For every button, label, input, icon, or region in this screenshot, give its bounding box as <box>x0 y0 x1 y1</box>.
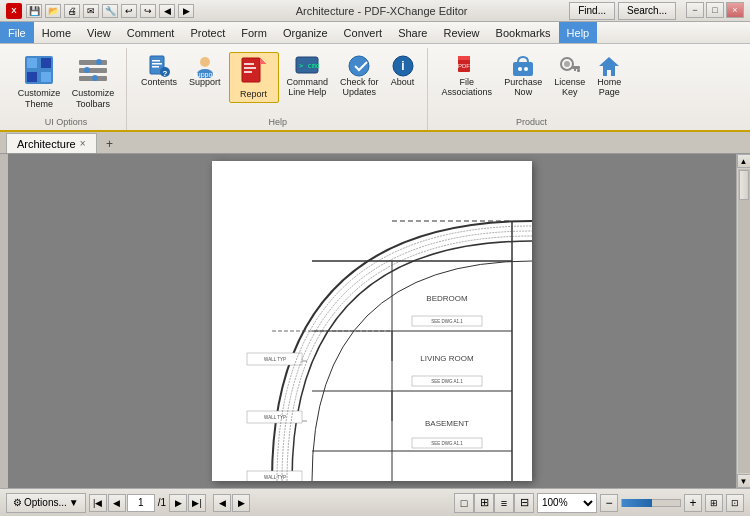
sys-icon-2[interactable]: 📂 <box>45 4 61 18</box>
nav-fwd-button[interactable]: ▶ <box>232 494 250 512</box>
menu-home[interactable]: Home <box>34 22 79 43</box>
menu-form[interactable]: Form <box>233 22 275 43</box>
customize-theme-button[interactable]: CustomizeTheme <box>14 52 64 112</box>
product-group-label: Product <box>516 117 547 130</box>
status-left: ⚙ Options... ▼ |◀ ◀ /1 ▶ ▶| ◀ ▶ <box>6 493 250 513</box>
menu-help[interactable]: Help <box>559 22 598 43</box>
svg-text:WALL TYP: WALL TYP <box>264 475 286 480</box>
fullscreen-button[interactable]: ⊡ <box>726 494 744 512</box>
tab-add-button[interactable]: + <box>101 135 119 153</box>
search-button[interactable]: Search... <box>618 2 676 20</box>
svg-rect-32 <box>458 56 470 60</box>
svg-point-9 <box>84 67 90 73</box>
sys-icon-1[interactable]: 💾 <box>26 4 42 18</box>
svg-text:BEDROOM: BEDROOM <box>426 294 468 303</box>
zoom-in-button[interactable]: + <box>684 494 702 512</box>
contents-icon: ? <box>147 54 171 78</box>
next-page-button[interactable]: ▶ <box>169 494 187 512</box>
ribbon-buttons-product: PDF FileAssociations PurchaseNow <box>438 48 626 117</box>
document-page: BEDROOM LIVING ROOM BASEMENT dim line di… <box>212 161 532 481</box>
menu-comment[interactable]: Comment <box>119 22 183 43</box>
nav-back-button[interactable]: ◀ <box>213 494 231 512</box>
options-button[interactable]: ⚙ Options... ▼ <box>6 493 86 513</box>
last-page-button[interactable]: ▶| <box>188 494 206 512</box>
contents-button[interactable]: ? Contents <box>137 52 181 90</box>
view-scroll-button[interactable]: ≡ <box>494 493 514 513</box>
view-single-button[interactable]: □ <box>454 493 474 513</box>
prev-page-button[interactable]: ◀ <box>108 494 126 512</box>
svg-point-28 <box>349 56 369 76</box>
purchase-now-button[interactable]: PurchaseNow <box>500 52 546 100</box>
undo-btn[interactable]: ↩ <box>121 4 137 18</box>
menu-share[interactable]: Share <box>390 22 435 43</box>
menu-convert[interactable]: Convert <box>336 22 391 43</box>
close-button[interactable]: × <box>726 2 744 18</box>
support-label: Support <box>189 78 221 88</box>
nav-back[interactable]: ◀ <box>159 4 175 18</box>
zoom-slider[interactable] <box>621 499 681 507</box>
support-button[interactable]: support Support <box>185 52 225 90</box>
help-group-label: Help <box>269 117 288 130</box>
about-label: About <box>391 78 415 88</box>
svg-rect-2 <box>41 58 51 68</box>
purchase-now-icon <box>511 54 535 78</box>
ribbon-group-help: ? Contents support Support <box>129 48 428 130</box>
report-label: Report <box>240 89 267 100</box>
view-mode-buttons: □ ⊞ ≡ ⊟ <box>454 493 534 513</box>
view-double-button[interactable]: ⊞ <box>474 493 494 513</box>
sys-icon-5[interactable]: 🔧 <box>102 4 118 18</box>
command-line-help-button[interactable]: > cmd CommandLine Help <box>283 52 333 100</box>
svg-point-8 <box>96 59 102 65</box>
menu-organize[interactable]: Organize <box>275 22 336 43</box>
scroll-down-button[interactable]: ▼ <box>737 474 751 488</box>
menu-view[interactable]: View <box>79 22 119 43</box>
ribbon-group-product: PDF FileAssociations PurchaseNow <box>430 48 634 130</box>
zoom-out-button[interactable]: − <box>600 494 618 512</box>
check-updates-button[interactable]: Check forUpdates <box>336 52 383 100</box>
menu-bookmarks[interactable]: Bookmarks <box>488 22 559 43</box>
sidebar-toggle[interactable]: ⊞ <box>705 494 723 512</box>
sys-icon-3[interactable]: 🖨 <box>64 4 80 18</box>
nav-fwd[interactable]: ▶ <box>178 4 194 18</box>
svg-text:i: i <box>401 59 404 73</box>
find-button[interactable]: Find... <box>569 2 615 20</box>
svg-rect-22 <box>244 67 256 69</box>
view-split-button[interactable]: ⊟ <box>514 493 534 513</box>
first-page-button[interactable]: |◀ <box>89 494 107 512</box>
tab-architecture[interactable]: Architecture × <box>6 133 97 153</box>
scroll-thumb[interactable] <box>739 170 749 200</box>
redo-btn[interactable]: ↪ <box>140 4 156 18</box>
file-associations-button[interactable]: PDF FileAssociations <box>438 52 497 100</box>
svg-text:LIVING ROOM: LIVING ROOM <box>420 354 474 363</box>
page-number-input[interactable] <box>127 494 155 512</box>
svg-point-38 <box>564 61 570 67</box>
status-right: □ ⊞ ≡ ⊟ 100% 50% 75% 125% 150% 200% − + … <box>454 493 744 513</box>
tab-close-icon[interactable]: × <box>80 138 86 149</box>
scroll-up-button[interactable]: ▲ <box>737 154 751 168</box>
menu-file[interactable]: File <box>0 22 34 43</box>
home-page-button[interactable]: HomePage <box>593 52 625 100</box>
sys-icon-4[interactable]: ✉ <box>83 4 99 18</box>
about-icon: i <box>391 54 415 78</box>
license-key-button[interactable]: LicenseKey <box>550 52 589 100</box>
svg-rect-6 <box>79 68 107 73</box>
minimize-button[interactable]: − <box>686 2 704 18</box>
home-page-icon <box>597 54 621 78</box>
scrollbar-vertical[interactable]: ▲ ▼ <box>736 154 750 488</box>
zoom-select[interactable]: 100% 50% 75% 125% 150% 200% <box>537 493 597 513</box>
svg-rect-39 <box>572 66 580 69</box>
options-dropdown-icon: ▼ <box>69 497 79 508</box>
svg-text:BASEMENT: BASEMENT <box>425 419 469 428</box>
svg-marker-42 <box>599 57 619 76</box>
customize-toolbars-button[interactable]: CustomizeToolbars <box>68 52 118 112</box>
command-line-help-icon: > cmd <box>295 54 319 78</box>
svg-rect-23 <box>244 71 252 73</box>
maximize-button[interactable]: □ <box>706 2 724 18</box>
tab-architecture-label: Architecture <box>17 138 76 150</box>
svg-text:SEE DWG A1.1: SEE DWG A1.1 <box>431 379 463 384</box>
menu-review[interactable]: Review <box>435 22 487 43</box>
about-button[interactable]: i About <box>387 52 419 90</box>
ribbon-group-ui-options: CustomizeTheme CustomizeToolbars UI Opti… <box>6 48 127 130</box>
report-button[interactable]: Report <box>229 52 279 103</box>
menu-protect[interactable]: Protect <box>182 22 233 43</box>
